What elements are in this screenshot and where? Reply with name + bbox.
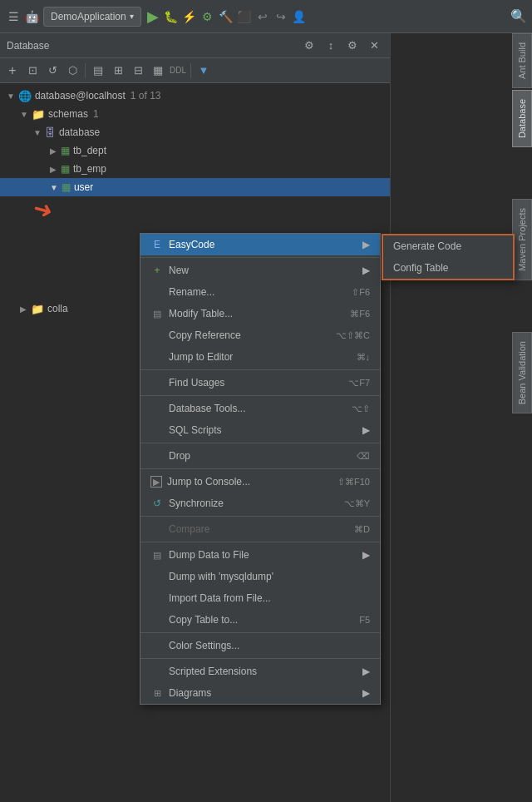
menu-dump-mysqldump[interactable]: Dump with 'mysqldump' bbox=[140, 566, 380, 587]
close-icon[interactable]: ✕ bbox=[365, 37, 383, 55]
scripted-icon bbox=[150, 665, 164, 678]
menu-drop[interactable]: Drop ⌫ bbox=[140, 445, 380, 467]
top-bar-right: 🔍 bbox=[512, 10, 525, 23]
coverage-icon[interactable]: ⚡ bbox=[183, 10, 196, 23]
sync-icon: ↺ bbox=[150, 497, 164, 510]
build-icon[interactable]: 🔨 bbox=[219, 10, 233, 23]
mysqldump-icon bbox=[150, 570, 164, 583]
submenu-config-table[interactable]: Config Table bbox=[383, 257, 513, 279]
introspect-btn[interactable]: ⬡ bbox=[63, 62, 81, 80]
panel-toolbar: + ⊡ ↺ ⬡ ▤ ⊞ ⊟ ▦ DDL ▼ bbox=[0, 58, 390, 83]
menu-dump-data[interactable]: ▤ Dump Data to File ▶ bbox=[140, 544, 380, 566]
new-icon: + bbox=[150, 264, 164, 277]
redo-icon[interactable]: ↪ bbox=[274, 10, 288, 23]
menu-find-usages[interactable]: Find Usages ⌥F7 bbox=[140, 372, 380, 394]
maven-projects-label: Maven Projects bbox=[515, 201, 530, 278]
bean-validation-label: Bean Validation bbox=[515, 334, 530, 411]
jump-console-shortcut: ⇧⌘F10 bbox=[337, 477, 370, 488]
profile-icon[interactable]: ⚙ bbox=[201, 10, 214, 23]
menu-easycode[interactable]: E EasyCode ▶ bbox=[140, 234, 380, 255]
easycode-submenu: Generate Code Config Table bbox=[382, 234, 515, 280]
find-usages-label: Find Usages bbox=[169, 377, 343, 389]
tb-emp-label: tb_emp bbox=[73, 163, 106, 175]
user-icon[interactable]: 👤 bbox=[293, 10, 306, 23]
undo-icon[interactable]: ↩ bbox=[256, 10, 269, 23]
sql-scripts-arrow: ▶ bbox=[362, 424, 370, 436]
columns-btn[interactable]: ⊞ bbox=[109, 62, 127, 80]
sync-btn[interactable]: ↺ bbox=[43, 62, 62, 80]
menu-color-settings[interactable]: Color Settings... bbox=[140, 635, 380, 656]
app-name: DemoApplication bbox=[51, 11, 126, 22]
dump-icon: ▤ bbox=[150, 548, 164, 562]
diagrams-arrow: ▶ bbox=[362, 687, 370, 699]
menu-new[interactable]: + New ▶ bbox=[140, 260, 380, 281]
folder-icon-colla: 📁 bbox=[31, 303, 44, 315]
grid-btn[interactable]: ▦ bbox=[149, 62, 167, 80]
menu-sep-8 bbox=[140, 632, 380, 633]
run-icon[interactable]: ▶ bbox=[146, 10, 160, 23]
menu-sep-7 bbox=[140, 542, 380, 542]
filter-btn[interactable]: ▼ bbox=[195, 62, 213, 80]
menu-sql-scripts[interactable]: SQL Scripts ▶ bbox=[140, 419, 380, 441]
easycode-label: EasyCode bbox=[169, 239, 357, 250]
menu-sep-3 bbox=[140, 395, 380, 396]
root-count: 1 of 13 bbox=[131, 90, 161, 101]
ddl-btn[interactable]: DDL bbox=[169, 62, 187, 80]
expand-arrow-colla: ▶ bbox=[20, 304, 27, 314]
color-settings-label: Color Settings... bbox=[169, 640, 370, 651]
debug-icon[interactable]: 🐛 bbox=[165, 10, 178, 23]
tab-maven-projects[interactable]: Maven Projects bbox=[512, 199, 532, 280]
rename-shortcut: ⇧F6 bbox=[352, 287, 370, 298]
dump-data-label: Dump Data to File bbox=[169, 549, 357, 561]
tree-user[interactable]: ▼ ▦ user bbox=[0, 178, 390, 196]
root-label: database@localhost bbox=[35, 90, 126, 101]
tree-tb-emp[interactable]: ▶ ▦ tb_emp bbox=[0, 160, 390, 178]
app-selector[interactable]: DemoApplication ▾ bbox=[43, 7, 141, 27]
menu-sep-4 bbox=[140, 443, 380, 443]
tree-schemas[interactable]: ▼ 📁 schemas 1 bbox=[0, 105, 390, 123]
tab-database[interactable]: Database bbox=[512, 90, 532, 147]
config-icon[interactable]: ⚙ bbox=[343, 37, 362, 55]
menu-copy-table[interactable]: Copy Table to... F5 bbox=[140, 609, 380, 631]
menu-scripted-extensions[interactable]: Scripted Extensions ▶ bbox=[140, 661, 380, 682]
refresh-btn[interactable]: ⊡ bbox=[23, 62, 42, 80]
search-icon[interactable]: 🔍 bbox=[512, 10, 525, 23]
table-icon-tb-emp: ▦ bbox=[61, 163, 70, 175]
right-side-panel: Ant Build Database Maven Projects bbox=[391, 33, 532, 802]
db-icon: 🗄 bbox=[45, 126, 56, 139]
copy-table-shortcut: F5 bbox=[359, 615, 370, 625]
copy-reference-shortcut: ⌥⇧⌘C bbox=[336, 330, 370, 341]
menu-synchronize[interactable]: ↺ Synchronize ⌥⌘Y bbox=[140, 493, 380, 514]
side-tabs: Ant Build Database Maven Projects bbox=[512, 33, 532, 415]
submenu-generate-code[interactable]: Generate Code bbox=[383, 235, 513, 257]
menu-import-data[interactable]: Import Data from File... bbox=[140, 587, 380, 609]
expand-icon[interactable]: ↕ bbox=[322, 37, 340, 55]
menu-jump-console[interactable]: ▶ Jump to Console... ⇧⌘F10 bbox=[140, 471, 380, 493]
main-layout: Database ⚙ ↕ ⚙ ✕ + ⊡ ↺ ⬡ ▤ ⊞ ⊟ ▦ DDL ▼ bbox=[0, 33, 532, 802]
database-tree: ▼ 🌐 database@localhost 1 of 13 ▼ 📁 schem… bbox=[0, 83, 390, 200]
diagrams-label: Diagrams bbox=[169, 687, 357, 699]
menu-jump-editor[interactable]: Jump to Editor ⌘↓ bbox=[140, 346, 380, 368]
view-btn[interactable]: ⊟ bbox=[129, 62, 147, 80]
settings-icon[interactable]: ⚙ bbox=[300, 37, 318, 55]
tree-database[interactable]: ▼ 🗄 database bbox=[0, 123, 390, 141]
copy-ref-icon bbox=[150, 329, 164, 342]
tree-tb-dept[interactable]: ▶ ▦ tb_dept bbox=[0, 141, 390, 160]
stop-icon[interactable]: ⬛ bbox=[238, 10, 251, 23]
db-tools-icon bbox=[150, 402, 164, 415]
menu-database-tools[interactable]: Database Tools... ⌥⇧ bbox=[140, 398, 380, 419]
menu-diagrams[interactable]: ⊞ Diagrams ▶ bbox=[140, 682, 380, 704]
find-icon bbox=[150, 376, 164, 389]
menu-modify-table[interactable]: ▤ Modify Table... ⌘F6 bbox=[140, 303, 380, 324]
console-icon: ▶ bbox=[150, 476, 162, 488]
tree-root[interactable]: ▼ 🌐 database@localhost 1 of 13 bbox=[0, 87, 390, 105]
hamburger-icon[interactable]: ☰ bbox=[7, 10, 20, 23]
add-btn[interactable]: + bbox=[3, 62, 22, 80]
compare-shortcut: ⌘D bbox=[354, 524, 370, 535]
table-btn[interactable]: ▤ bbox=[89, 62, 107, 80]
tab-ant-build[interactable]: Ant Build bbox=[512, 33, 532, 88]
tab-bean-validation[interactable]: Bean Validation bbox=[512, 332, 532, 413]
expand-arrow-schemas: ▼ bbox=[20, 110, 28, 119]
menu-rename[interactable]: Rename... ⇧F6 bbox=[140, 281, 380, 303]
menu-copy-reference[interactable]: Copy Reference ⌥⇧⌘C bbox=[140, 324, 380, 346]
